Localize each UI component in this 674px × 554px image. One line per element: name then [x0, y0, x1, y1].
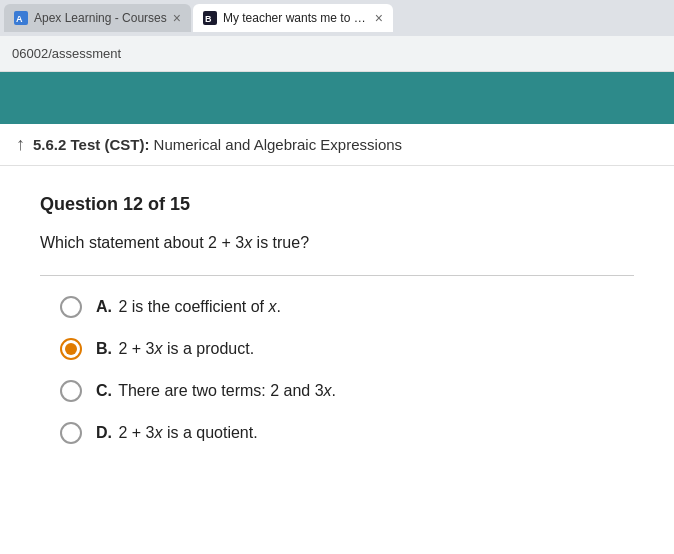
browser-tabs: A Apex Learning - Courses × B My teacher…	[0, 0, 674, 36]
tab-apex-label: Apex Learning - Courses	[34, 11, 167, 25]
address-text: 06002/assessment	[12, 46, 121, 61]
back-icon[interactable]: ↑	[16, 134, 25, 155]
option-c-var: x	[324, 382, 332, 399]
tab-brainly[interactable]: B My teacher wants me to figure o ×	[193, 4, 393, 32]
tab-brainly-close[interactable]: ×	[375, 10, 383, 26]
option-d-letter: D.	[96, 424, 112, 441]
option-a[interactable]: A. 2 is the coefficient of x.	[60, 296, 634, 318]
course-header	[0, 72, 674, 124]
option-a-var: x	[268, 298, 276, 315]
option-b-var: x	[154, 340, 162, 357]
question-number: Question 12 of 15	[40, 194, 634, 215]
option-c-text: C. There are two terms: 2 and 3x.	[96, 382, 336, 400]
radio-a[interactable]	[60, 296, 82, 318]
apex-favicon: A	[14, 11, 28, 25]
question-text: Which statement about 2 + 3x is true?	[40, 231, 634, 255]
breadcrumb-title: Numerical and Algebraic Expressions	[154, 136, 402, 153]
tab-brainly-label: My teacher wants me to figure o	[223, 11, 369, 25]
option-c[interactable]: C. There are two terms: 2 and 3x.	[60, 380, 634, 402]
radio-b[interactable]	[60, 338, 82, 360]
option-c-letter: C.	[96, 382, 112, 399]
breadcrumb-section-number: 5.6.2	[33, 136, 66, 153]
address-bar: 06002/assessment	[0, 36, 674, 72]
option-b-letter: B.	[96, 340, 112, 357]
tab-apex-learning[interactable]: A Apex Learning - Courses ×	[4, 4, 191, 32]
option-b[interactable]: B. 2 + 3x is a product.	[60, 338, 634, 360]
question-divider	[40, 275, 634, 276]
radio-d[interactable]	[60, 422, 82, 444]
svg-text:A: A	[16, 14, 23, 24]
option-a-letter: A.	[96, 298, 112, 315]
radio-c[interactable]	[60, 380, 82, 402]
brainly-favicon: B	[203, 11, 217, 25]
main-content: Question 12 of 15 Which statement about …	[0, 166, 674, 472]
breadcrumb-section: 5.6.2 Test (CST): Numerical and Algebrai…	[33, 136, 402, 153]
radio-b-inner	[65, 343, 77, 355]
breadcrumb-type: Test (CST):	[71, 136, 150, 153]
option-b-text: B. 2 + 3x is a product.	[96, 340, 254, 358]
question-variable: x	[244, 234, 252, 251]
option-a-text: A. 2 is the coefficient of x.	[96, 298, 281, 316]
tab-apex-close[interactable]: ×	[173, 10, 181, 26]
breadcrumb-bar: ↑ 5.6.2 Test (CST): Numerical and Algebr…	[0, 124, 674, 166]
option-d[interactable]: D. 2 + 3x is a quotient.	[60, 422, 634, 444]
option-d-var: x	[154, 424, 162, 441]
svg-text:B: B	[205, 14, 212, 24]
options-list: A. 2 is the coefficient of x. B. 2 + 3x …	[40, 296, 634, 444]
option-d-text: D. 2 + 3x is a quotient.	[96, 424, 258, 442]
